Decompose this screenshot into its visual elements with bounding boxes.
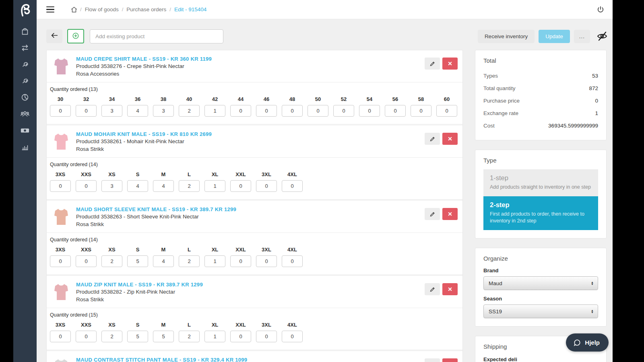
summary-label: Total quantity (483, 85, 516, 91)
size-column: S (127, 247, 148, 267)
banknote-icon[interactable] (20, 125, 30, 135)
quantity-input-XL[interactable] (204, 255, 225, 267)
quantity-input-L[interactable] (179, 180, 200, 192)
quantity-input-46[interactable] (256, 105, 277, 117)
breadcrumb-separator: / (122, 6, 124, 12)
size-column: 30 (50, 96, 71, 117)
quantity-input-32[interactable] (76, 105, 97, 117)
quantity-input-XL[interactable] (204, 180, 225, 192)
brand-select[interactable]: Maud ▲▼ (483, 276, 598, 290)
quantity-input-42[interactable] (204, 105, 225, 117)
quantity-input-4XL[interactable] (282, 255, 303, 267)
size-label: XXL (235, 247, 246, 253)
product-title-link[interactable]: MAUD ZIP KNIT MALE - SS19 - KR 389.7 KR … (76, 282, 203, 288)
quantity-input-30[interactable] (50, 105, 71, 117)
size-column: 3XS (50, 247, 71, 267)
product-title-link[interactable]: MAUD SHORT SLEEVE KNIT MALE - SS19 - KR … (76, 206, 236, 212)
summary-row-cost: Cost 369345.5999999999 (483, 119, 598, 132)
quantity-input-3XL[interactable] (256, 331, 277, 342)
wrench-icon-2[interactable] (20, 76, 30, 86)
quantity-input-XXS[interactable] (76, 180, 97, 192)
season-select[interactable]: SS19 ▲▼ (483, 304, 598, 318)
pie-chart-icon[interactable] (20, 93, 30, 102)
quantity-input-3XS[interactable] (50, 180, 71, 192)
quantity-input-XXL[interactable] (230, 255, 251, 267)
quantity-input-34[interactable] (101, 105, 122, 117)
quantity-input-3XL[interactable] (256, 180, 277, 192)
size-column: L (179, 322, 200, 342)
quantity-input-58[interactable] (411, 105, 431, 117)
back-arrow-icon (51, 33, 58, 38)
quantity-input-50[interactable] (308, 105, 328, 117)
quantity-input-XS[interactable] (101, 180, 122, 192)
product-title-link[interactable]: MAUD MOHAIR KNIT MALE - SS19 - KR 810 KR… (76, 131, 212, 137)
quantity-input-L[interactable] (179, 255, 200, 267)
edit-product-button[interactable] (425, 58, 440, 70)
quantity-input-S[interactable] (127, 255, 148, 267)
quantity-input-L[interactable] (179, 331, 200, 342)
quantity-input-56[interactable] (385, 105, 406, 117)
delete-product-button[interactable]: ✕ (442, 358, 458, 362)
quantity-input-XXL[interactable] (230, 331, 251, 342)
quantity-input-XL[interactable] (204, 331, 225, 342)
quantity-input-M[interactable] (153, 180, 174, 192)
quantity-input-M[interactable] (153, 331, 174, 342)
update-button[interactable]: Update (539, 30, 570, 43)
delete-product-button[interactable]: ✕ (442, 208, 458, 220)
quantity-input-60[interactable] (436, 105, 457, 117)
quantity-input-4XL[interactable] (282, 180, 303, 192)
receive-inventory-button[interactable]: Receive inventory (478, 30, 535, 43)
quantity-input-XXS[interactable] (76, 331, 97, 342)
bar-chart-icon[interactable] (20, 142, 30, 152)
delete-product-button[interactable]: ✕ (442, 58, 458, 70)
size-column: 54 (359, 96, 380, 117)
product-title-link[interactable]: MAUD CREPE SHIRT MALE - SS19 - KR 360 KR… (76, 56, 212, 62)
help-button[interactable]: Hjelp (566, 333, 609, 352)
quantity-input-XS[interactable] (101, 331, 122, 342)
quantity-input-38[interactable] (153, 105, 174, 117)
quantity-input-3XS[interactable] (50, 255, 71, 267)
edit-product-button[interactable] (425, 133, 440, 145)
power-icon[interactable] (597, 6, 605, 14)
users-icon[interactable] (20, 109, 30, 119)
edit-product-button[interactable] (425, 208, 440, 220)
quantity-input-XS[interactable] (101, 255, 122, 267)
add-existing-product-input[interactable] (90, 29, 223, 43)
quantity-input-S[interactable] (127, 331, 148, 342)
quantity-input-36[interactable] (127, 105, 148, 117)
quantity-input-52[interactable] (333, 105, 354, 117)
quantity-input-44[interactable] (230, 105, 251, 117)
quantity-input-S[interactable] (127, 180, 148, 192)
type-option-1-step[interactable]: 1-step Add products straight to inventor… (483, 169, 598, 196)
quantity-input-3XL[interactable] (256, 255, 277, 267)
quantity-input-M[interactable] (153, 255, 174, 267)
transfer-arrows-icon[interactable] (20, 43, 30, 53)
delete-product-button[interactable]: ✕ (442, 133, 458, 145)
product-title-link[interactable]: MAUD CONTRAST STITCH PANT MALE - SS19 - … (76, 357, 247, 362)
type-option-2-step[interactable]: 2-step First add products to order, then… (483, 196, 598, 230)
quantity-input-48[interactable] (282, 105, 303, 117)
quantity-input-XXL[interactable] (230, 180, 251, 192)
quantity-input-40[interactable] (179, 105, 200, 117)
app-logo[interactable] (13, 0, 37, 20)
quantity-input-4XL[interactable] (282, 331, 303, 342)
menu-button[interactable] (45, 5, 56, 14)
breadcrumb-purchase-orders[interactable]: Purchase orders (126, 6, 166, 12)
more-options-button[interactable]: ... (574, 30, 590, 43)
home-icon[interactable] (70, 6, 78, 13)
product-header: MAUD CREPE SHIRT MALE - SS19 - KR 360 KR… (47, 50, 462, 82)
quantity-input-3XS[interactable] (50, 331, 71, 342)
eye-off-icon[interactable] (597, 31, 608, 41)
edit-product-button[interactable] (425, 358, 440, 362)
delete-product-button[interactable]: ✕ (442, 283, 458, 295)
quantity-input-XXS[interactable] (76, 255, 97, 267)
edit-product-button[interactable] (425, 283, 440, 295)
wrench-icon[interactable] (20, 60, 30, 69)
quantity-input-54[interactable] (359, 105, 380, 117)
breadcrumb-flow-of-goods[interactable]: Flow of goods (85, 6, 119, 12)
size-label: XS (108, 322, 115, 328)
shopping-bag-icon[interactable] (20, 27, 30, 36)
add-product-button[interactable] (67, 29, 84, 43)
size-label: XL (212, 171, 219, 177)
back-button[interactable] (46, 29, 62, 43)
